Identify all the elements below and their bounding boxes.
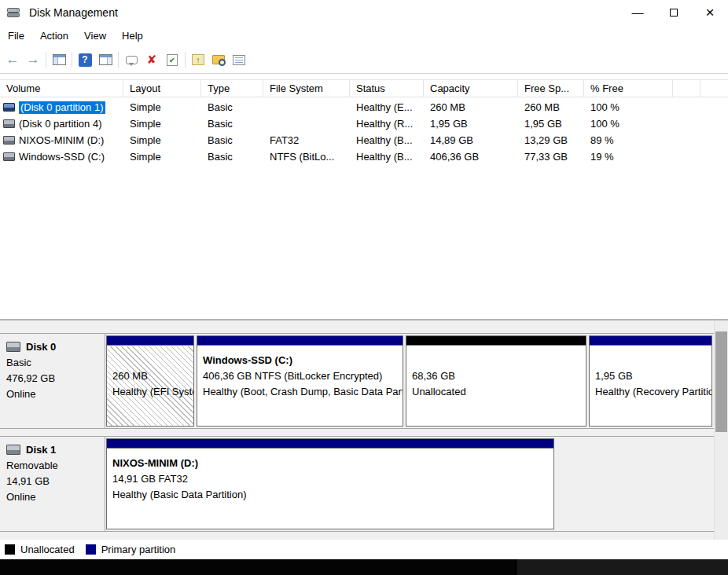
primary-partition-swatch	[86, 544, 96, 555]
maximize-button[interactable]	[656, 0, 692, 24]
up-arrow-icon: ↑	[192, 54, 204, 65]
toolbar-separator	[46, 52, 46, 68]
cell-status: Healthy (B...	[350, 151, 424, 163]
check-dialog-button[interactable]: ✔	[162, 49, 182, 70]
cell-file-system: NTFS (BitLo...	[263, 151, 350, 163]
cell-status: Healthy (B...	[350, 134, 424, 146]
search-folder-button[interactable]	[208, 49, 229, 70]
volume-list: (Disk 0 partition 1) Simple Basic Health…	[0, 99, 728, 165]
partition-label: Windows-SSD (C:)	[203, 353, 400, 368]
cell-type: Basic	[201, 151, 263, 163]
cell-pct-free: 19 %	[584, 151, 673, 163]
partition-color-bar	[406, 336, 586, 346]
disk-icon	[6, 445, 20, 455]
column-header-free-space[interactable]: Free Sp...	[518, 80, 584, 97]
column-header-type[interactable]: Type	[201, 80, 263, 97]
forward-icon: →	[27, 52, 40, 68]
back-button[interactable]: ←	[2, 49, 23, 70]
cell-file-system: FAT32	[263, 134, 350, 146]
cell-status: Healthy (E...	[350, 101, 424, 113]
cell-volume: (Disk 0 partition 1)	[0, 101, 123, 114]
partition-size: 406,36 GB NTFS (BitLocker Encrypted)	[203, 368, 400, 384]
bottom-strip-right	[517, 559, 728, 575]
vertical-scrollbar[interactable]	[714, 320, 728, 540]
volume-icon	[3, 119, 15, 128]
field-chooser-icon	[233, 55, 245, 65]
volume-row-nixos-minim[interactable]: NIXOS-MINIM (D:) Simple Basic FAT32 Heal…	[0, 132, 728, 148]
minimize-button[interactable]: —	[620, 0, 656, 24]
disk-kind: Removable	[6, 458, 101, 474]
action-menu-button[interactable]	[121, 49, 142, 70]
window-controls: — ×	[620, 0, 728, 24]
toolbar-separator	[72, 52, 72, 68]
menu-file[interactable]: File	[0, 27, 32, 45]
menu-action[interactable]: Action	[32, 27, 76, 45]
scrollbar-thumb[interactable]	[715, 331, 727, 432]
delete-volume-button[interactable]: ✘	[142, 49, 162, 70]
field-chooser-button[interactable]	[229, 49, 249, 70]
up-level-button[interactable]: ↑	[188, 49, 208, 70]
disk1-info-panel[interactable]: Disk 1 Removable 14,91 GB Online	[0, 437, 105, 531]
disk-name: Disk 0	[26, 341, 56, 353]
window-title: Disk Management	[29, 6, 118, 19]
primary-partition-label: Primary partition	[101, 544, 176, 555]
partition-nixos-minim[interactable]: NIXOS-MINIM (D:) 14,91 GB FAT32 Healthy …	[106, 438, 554, 529]
volume-row-windows-ssd[interactable]: Windows-SSD (C:) Simple Basic NTFS (BitL…	[0, 148, 728, 165]
cell-pct-free: 89 %	[584, 134, 673, 146]
close-button[interactable]: ×	[692, 0, 728, 24]
cell-status: Healthy (R...	[350, 118, 424, 130]
show-console-tree-button[interactable]	[49, 49, 69, 70]
disk-icon	[6, 342, 20, 352]
partition-size: 1,95 GB	[595, 368, 709, 384]
partition-color-bar	[197, 336, 403, 346]
help-button[interactable]: ?	[75, 49, 95, 70]
disk-status: Online	[6, 386, 101, 402]
disk-management-app-icon	[7, 6, 20, 19]
menu-help[interactable]: Help	[114, 27, 151, 45]
cell-type: Basic	[201, 134, 263, 146]
show-action-pane-button[interactable]	[95, 49, 116, 70]
column-header-blank	[673, 80, 700, 97]
back-icon: ←	[6, 52, 20, 68]
volume-row-disk0-partition4[interactable]: (Disk 0 partition 4) Simple Basic Health…	[0, 115, 728, 132]
partition-unallocated[interactable]: 68,36 GB Unallocated	[406, 335, 586, 427]
menu-view[interactable]: View	[76, 27, 114, 45]
column-header-pct-free[interactable]: % Free	[584, 80, 673, 97]
toolbar-separator	[185, 52, 186, 68]
partition-color-bar	[107, 439, 553, 449]
unallocated-label: Unallocated	[20, 544, 75, 555]
cell-volume: Windows-SSD (C:)	[0, 151, 123, 163]
delete-icon: ✘	[147, 53, 157, 67]
check-dialog-icon: ✔	[167, 54, 178, 66]
column-header-status[interactable]: Status	[350, 80, 424, 97]
partition-efi[interactable]: 260 MB Healthy (EFI System Partition)	[106, 335, 194, 427]
bottom-strip	[0, 559, 728, 575]
disk0-info-panel[interactable]: Disk 0 Basic 476,92 GB Online	[0, 334, 105, 428]
cell-free-space: 13,29 GB	[518, 134, 584, 146]
partition-color-bar	[107, 336, 193, 346]
action-pane-icon	[99, 54, 112, 65]
cell-free-space: 1,95 GB	[518, 118, 584, 130]
column-header-volume[interactable]: Volume	[0, 80, 123, 97]
disk-status: Online	[6, 489, 101, 505]
forward-button[interactable]: →	[23, 49, 43, 70]
column-header-layout[interactable]: Layout	[123, 80, 201, 97]
cell-layout: Simple	[123, 101, 201, 113]
volume-row-disk0-partition1[interactable]: (Disk 0 partition 1) Simple Basic Health…	[0, 99, 728, 115]
partition-windows-ssd[interactable]: Windows-SSD (C:) 406,36 GB NTFS (BitLock…	[197, 335, 403, 427]
cell-free-space: 77,33 GB	[518, 151, 584, 163]
disk-size: 476,92 GB	[6, 371, 101, 386]
disk0-row: Disk 0 Basic 476,92 GB Online 260 MB Hea…	[0, 333, 714, 429]
partition-recovery[interactable]: 1,95 GB Healthy (Recovery Partition)	[589, 335, 712, 427]
volume-label: NIXOS-MINIM (D:)	[19, 134, 104, 146]
partition-size: 260 MB	[112, 368, 191, 384]
column-header-file-system[interactable]: File System	[263, 80, 350, 97]
partition-size: 68,36 GB	[412, 368, 583, 384]
column-header-capacity[interactable]: Capacity	[424, 80, 518, 97]
partition-status: Healthy (Recovery Partition)	[595, 384, 709, 400]
cell-type: Basic	[201, 118, 263, 130]
partition-status: Unallocated	[412, 384, 583, 400]
partition-label	[112, 353, 191, 368]
volume-icon	[3, 152, 15, 161]
toolbar-separator	[118, 52, 119, 68]
